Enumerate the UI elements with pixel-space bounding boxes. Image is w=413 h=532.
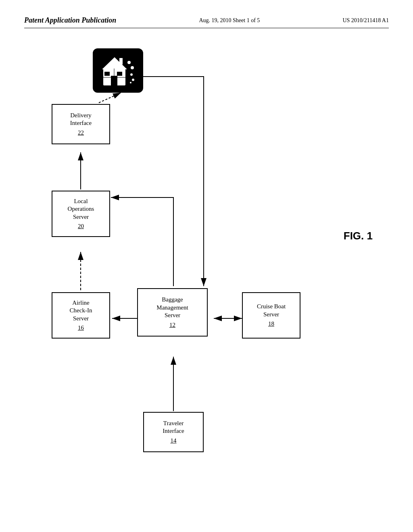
delivery-interface-number: 22 xyxy=(78,129,84,137)
svg-rect-14 xyxy=(117,72,122,76)
delivery-interface-box: Delivery Interface 22 xyxy=(52,104,110,144)
traveler-line1: Traveler xyxy=(163,420,184,428)
page-header: Patent Application Publication Aug. 19, … xyxy=(24,16,389,28)
svg-point-16 xyxy=(127,61,131,64)
diagram-area: Delivery Interface 22 Local Operations S… xyxy=(24,36,389,504)
cruise-line1: Cruise Boat xyxy=(257,303,286,311)
delivery-interface-label-line1: Delivery xyxy=(70,112,91,120)
local-ops-line1: Local xyxy=(74,197,88,206)
page: Patent Application Publication Aug. 19, … xyxy=(0,0,413,532)
svg-point-18 xyxy=(130,73,133,76)
svg-point-17 xyxy=(131,66,134,69)
traveler-interface-box: Traveler Interface 14 xyxy=(143,412,204,452)
house-icon-box xyxy=(93,48,143,93)
svg-rect-13 xyxy=(104,72,110,76)
delivery-interface-label-line2: Interface xyxy=(70,119,92,127)
house-icon xyxy=(100,52,136,89)
publication-number: US 2010/211418 A1 xyxy=(342,17,389,24)
local-ops-number: 20 xyxy=(78,222,84,231)
traveler-line2: Interface xyxy=(163,427,184,435)
baggage-line1: Baggage xyxy=(162,296,183,304)
baggage-number: 12 xyxy=(169,321,175,329)
cruise-line2: Server xyxy=(263,311,279,319)
svg-line-8 xyxy=(99,93,121,103)
svg-point-20 xyxy=(130,82,131,83)
local-ops-line2: Operations xyxy=(68,205,94,213)
cruise-number: 18 xyxy=(268,320,274,328)
svg-point-19 xyxy=(132,79,134,81)
publication-title: Patent Application Publication xyxy=(24,16,116,25)
airline-number: 16 xyxy=(78,324,84,332)
airline-line3: Server xyxy=(73,315,89,323)
baggage-line2: Management xyxy=(156,304,188,312)
traveler-number: 14 xyxy=(171,437,177,445)
airline-line2: Check-In xyxy=(70,307,92,315)
fig-label-text: FIG. 1 xyxy=(344,230,373,242)
airline-line1: Airline xyxy=(72,299,90,307)
local-ops-line3: Server xyxy=(73,213,89,221)
svg-rect-15 xyxy=(119,58,123,64)
airline-checkin-box: Airline Check-In Server 16 xyxy=(52,292,110,339)
publication-date-sheet: Aug. 19, 2010 Sheet 1 of 5 xyxy=(199,17,260,24)
baggage-management-box: Baggage Management Server 12 xyxy=(137,288,208,337)
local-operations-box: Local Operations Server 20 xyxy=(52,191,110,237)
figure-label: FIG. 1 xyxy=(344,230,373,242)
cruise-boat-box: Cruise Boat Server 18 xyxy=(242,292,300,339)
baggage-line3: Server xyxy=(165,312,180,320)
